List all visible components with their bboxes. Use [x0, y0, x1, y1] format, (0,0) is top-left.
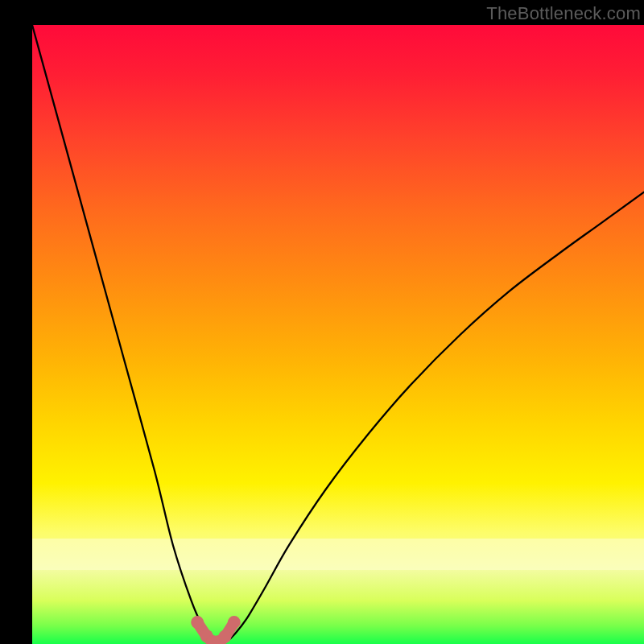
outer-black-frame: TheBottleneck.com — [0, 0, 644, 644]
watermark-text: TheBottleneck.com — [486, 3, 641, 24]
plot-gradient-area — [32, 25, 644, 644]
